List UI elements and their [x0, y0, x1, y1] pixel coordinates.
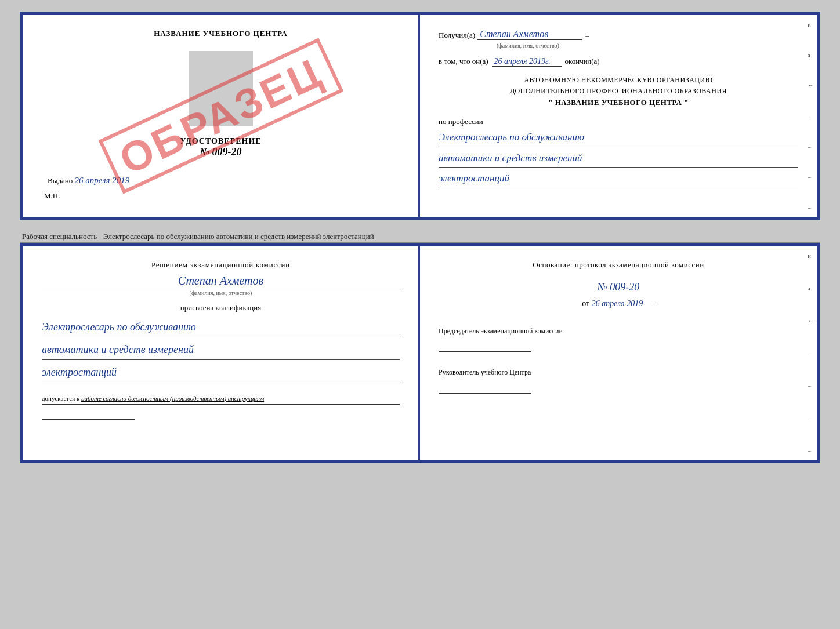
- right-margin-chars: и а ← – – – –: [806, 15, 817, 217]
- qual-line3: электростанций: [42, 362, 400, 383]
- protocol-label: №: [598, 281, 607, 293]
- doc-title: УДОСТОВЕРЕНИЕ: [180, 137, 261, 146]
- vtom-label: в том, что он(а): [439, 57, 488, 66]
- top-certificate: НАЗВАНИЕ УЧЕБНОГО ЦЕНТРА УДОСТОВЕРЕНИЕ №…: [20, 12, 820, 220]
- vtom-date: 26 апреля 2019г.: [492, 57, 562, 67]
- issued-label: Выдано: [48, 176, 73, 185]
- date-label: от: [582, 299, 589, 308]
- issued-line: Выдано 26 апреля 2019: [42, 176, 400, 186]
- top-cert-title: НАЗВАНИЕ УЧЕБНОГО ЦЕНТРА: [154, 29, 288, 38]
- prof-label: по профессии: [439, 117, 798, 126]
- bottom-cert-right: Основание: протокол экзаменационной коми…: [420, 246, 817, 460]
- person-name: Степан Ахметов: [477, 29, 582, 40]
- protocol-date-row: от 26 апреля 2019 –: [439, 299, 798, 308]
- bottom-person-name: Степан Ахметов: [42, 274, 400, 288]
- qual-line2: автоматики и средств измерений: [42, 340, 400, 360]
- prof-line1: Электрослесарь по обслуживанию: [439, 129, 798, 147]
- bottom-section: Рабочая специальность - Электрослесарь п…: [20, 230, 820, 463]
- admission-signature-line: [42, 408, 135, 420]
- chairman-signature: [439, 340, 531, 352]
- org-block: АВТОНОМНУЮ НЕКОММЕРЧЕСКУЮ ОРГАНИЗАЦИЮ ДО…: [439, 75, 798, 109]
- prof-line2: автоматики и средств измерений: [439, 150, 798, 168]
- doc-number: № 009-20: [200, 146, 242, 158]
- head-label: Руководитель учебного Центра: [439, 367, 798, 378]
- received-label: Получил(а): [439, 31, 475, 40]
- vtom-row: в том, что он(а) 26 апреля 2019г. окончи…: [439, 57, 798, 67]
- issued-date: 26 апреля 2019: [75, 176, 130, 185]
- qual-line1: Электрослесарь по обслуживанию: [42, 317, 400, 337]
- org-line1: АВТОНОМНУЮ НЕКОММЕРЧЕСКУЮ ОРГАНИЗАЦИЮ: [439, 75, 798, 86]
- decision-title: Решением экзаменационной комиссии: [42, 260, 400, 270]
- admission-text: работе согласно должностным (производств…: [81, 395, 264, 402]
- photo-placeholder: [189, 51, 253, 126]
- head-block: Руководитель учебного Центра: [439, 367, 798, 397]
- person-sub-label: (фамилия, имя, отчество): [497, 42, 840, 49]
- protocol-number: № 009-20: [439, 281, 798, 293]
- vtom-end: окончил(а): [565, 57, 600, 66]
- chairman-block: Председатель экзаменационной комиссии: [439, 326, 798, 355]
- org-quote: " НАЗВАНИЕ УЧЕБНОГО ЦЕНТРА ": [439, 97, 798, 109]
- bottom-right-margin-chars: и а ← – – – –: [806, 246, 817, 460]
- head-signature: [439, 382, 531, 394]
- specialty-label: Рабочая специальность - Электрослесарь п…: [20, 230, 820, 243]
- org-line2: ДОПОЛНИТЕЛЬНОГО ПРОФЕССИОНАЛЬНОГО ОБРАЗО…: [439, 86, 798, 97]
- received-row: Получил(а) Степан Ахметов –: [439, 29, 798, 40]
- bottom-person-sub: (фамилия, имя, отчество): [42, 289, 400, 296]
- admission-row: допускается к работе согласно должностны…: [42, 395, 400, 405]
- assigned-label: присвоена квалификация: [42, 303, 400, 312]
- admission-label: допускается к: [42, 395, 79, 402]
- chairman-label: Председатель экзаменационной комиссии: [439, 326, 798, 337]
- bottom-certificate: Решением экзаменационной комиссии Степан…: [20, 243, 820, 463]
- top-cert-right: Получил(а) Степан Ахметов – (фамилия, им…: [420, 15, 817, 217]
- prof-line3: электростанций: [439, 170, 798, 188]
- protocol-num-value: 009-20: [610, 281, 639, 293]
- mp-label: М.П.: [42, 191, 60, 201]
- top-cert-left: НАЗВАНИЕ УЧЕБНОГО ЦЕНТРА УДОСТОВЕРЕНИЕ №…: [23, 15, 420, 217]
- bottom-cert-left: Решением экзаменационной комиссии Степан…: [23, 246, 420, 460]
- date-value: 26 апреля 2019: [592, 299, 643, 308]
- basis-title: Основание: протокол экзаменационной коми…: [439, 260, 798, 270]
